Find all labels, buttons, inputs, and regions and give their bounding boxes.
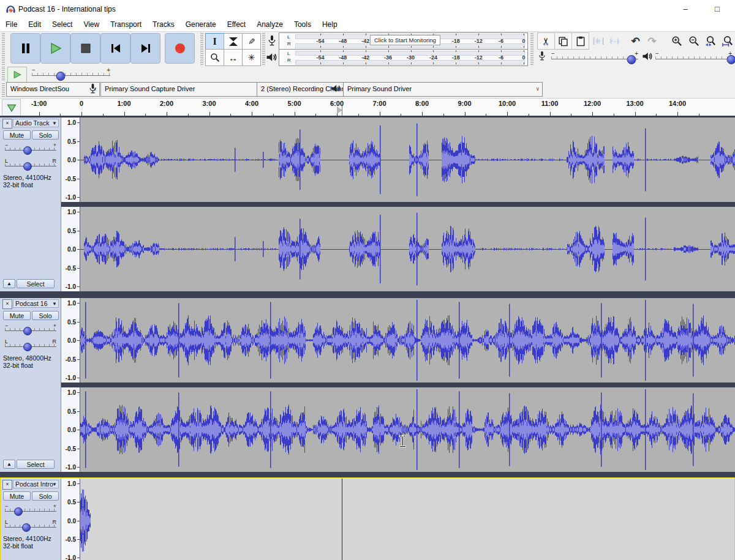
playback-volume-slider[interactable]: −+ xyxy=(655,51,732,64)
pan-slider-thumb[interactable] xyxy=(23,343,32,351)
waveform-channel[interactable] xyxy=(80,387,735,472)
zoom-in-button[interactable] xyxy=(668,32,685,50)
vertical-scale-ruler[interactable]: 1.00.50.0-0.5-1.0 xyxy=(61,298,80,383)
redo-button[interactable]: ↷ xyxy=(643,32,661,50)
menu-item-effect[interactable]: Effect xyxy=(222,18,251,31)
track-control-panel-1[interactable]: ×Audio Track▼MuteSolo−+LRStereo, 44100Hz… xyxy=(0,118,61,291)
gain-slider[interactable]: −+ xyxy=(4,323,58,335)
play-speed-thumb[interactable] xyxy=(56,72,66,81)
menu-item-tracks[interactable]: Tracks xyxy=(147,18,180,31)
time-shift-tool-button[interactable]: ↔ xyxy=(224,49,243,66)
mute-button[interactable]: Mute xyxy=(3,491,31,501)
zoom-to-selection-button[interactable] xyxy=(702,32,720,50)
audio-host-select[interactable]: Windows DirectSou ∨ xyxy=(6,82,100,97)
meter-toolbar-grip[interactable] xyxy=(262,33,265,65)
menu-item-analyze[interactable]: Analyze xyxy=(251,18,288,31)
gain-slider[interactable]: −+ xyxy=(4,142,58,154)
waveform-channel[interactable] xyxy=(80,118,735,202)
copy-button[interactable] xyxy=(554,32,572,50)
solo-button[interactable]: Solo xyxy=(32,130,59,140)
minimize-button[interactable]: – xyxy=(671,0,699,18)
transport-toolbar-grip[interactable] xyxy=(2,33,5,65)
waveform-channel[interactable] xyxy=(80,298,735,383)
waveform-channel[interactable] xyxy=(80,479,735,560)
pan-slider-thumb[interactable] xyxy=(23,162,32,171)
play-speed-slider[interactable]: −+ xyxy=(32,68,110,80)
zoom-out-button[interactable] xyxy=(685,32,703,50)
pan-slider[interactable]: LR xyxy=(4,158,58,170)
menu-item-help[interactable]: Help xyxy=(317,18,343,31)
trim-audio-button[interactable] xyxy=(589,32,607,50)
collapse-track-button[interactable]: ▲ xyxy=(3,279,15,288)
vertical-scale-ruler[interactable]: 1.00.50.0-0.5-1.0 xyxy=(61,207,80,291)
pause-button[interactable] xyxy=(10,33,40,64)
time-ruler[interactable]: -1:0001:002:003:004:005:006:007:008:009:… xyxy=(20,99,735,116)
gain-slider[interactable]: −+ xyxy=(4,503,58,515)
menu-item-select[interactable]: Select xyxy=(47,18,78,31)
waveform-channel[interactable] xyxy=(80,207,735,291)
close-track-button[interactable]: × xyxy=(2,119,12,129)
vertical-scale-ruler[interactable]: 1.00.50.0-0.5-1.0 xyxy=(61,387,80,472)
fit-project-button[interactable] xyxy=(719,32,735,50)
playback-volume-thumb[interactable] xyxy=(726,55,735,64)
close-track-button[interactable]: × xyxy=(2,299,12,309)
pan-slider[interactable]: LR xyxy=(4,519,58,531)
selection-tool-button[interactable]: I xyxy=(205,33,224,50)
menu-item-transport[interactable]: Transport xyxy=(105,18,147,31)
skip-to-end-button[interactable] xyxy=(130,33,160,64)
recording-volume-thumb[interactable] xyxy=(627,55,636,64)
mute-button[interactable]: Mute xyxy=(3,130,31,140)
monitoring-overlay[interactable]: Click to Start Monitoring xyxy=(370,35,440,45)
menu-item-file[interactable]: File xyxy=(0,18,23,31)
track-control-panel-3[interactable]: ×Podcast Intro▼MuteSolo−+LRStereo, 44100… xyxy=(0,479,61,560)
undo-button[interactable]: ↶ xyxy=(627,32,644,50)
cut-button[interactable]: ✂ xyxy=(537,32,555,50)
gain-slider-thumb[interactable] xyxy=(23,146,32,155)
zoom-tool-button[interactable] xyxy=(205,49,224,66)
pan-slider-thumb[interactable] xyxy=(22,523,31,532)
skip-to-start-button[interactable] xyxy=(100,33,130,64)
track-title-menu[interactable]: Podcast Intro▼ xyxy=(13,480,59,488)
solo-button[interactable]: Solo xyxy=(32,311,59,320)
gain-slider-thumb[interactable] xyxy=(14,507,23,516)
vertical-scale-ruler[interactable]: 1.00.50.0-0.5-1.0 xyxy=(61,479,80,560)
close-track-button[interactable]: × xyxy=(2,480,12,490)
tools-toolbar-grip[interactable] xyxy=(200,33,203,65)
paste-button[interactable] xyxy=(571,32,589,50)
playhead-marker-icon[interactable] xyxy=(337,106,342,114)
menu-item-edit[interactable]: Edit xyxy=(23,18,47,31)
menu-item-generate[interactable]: Generate xyxy=(180,18,222,31)
record-meter-mic-icon[interactable] xyxy=(267,35,277,47)
mute-button[interactable]: Mute xyxy=(3,311,31,320)
draw-tool-button[interactable]: ✎ xyxy=(242,33,261,50)
select-track-button[interactable]: Select xyxy=(17,279,55,288)
silence-audio-button[interactable] xyxy=(606,32,624,50)
gain-slider-thumb[interactable] xyxy=(23,327,32,335)
vertical-scale-ruler[interactable]: 1.00.50.0-0.5-1.0 xyxy=(61,118,80,202)
edit-toolbar-grip[interactable] xyxy=(530,33,533,65)
playback-meter[interactable]: LR-54-48-42-36-30-24-18-12-60 xyxy=(279,49,528,66)
track-control-panel-2[interactable]: ×Podcast 16▼MuteSolo−+LRStereo, 48000Hz3… xyxy=(0,298,61,472)
recording-volume-slider[interactable]: −+ xyxy=(551,51,638,64)
recording-meter[interactable]: LR-54-48-42-36-30-24-18-12-60Click to St… xyxy=(279,32,528,50)
maximize-button[interactable]: □ xyxy=(703,0,731,18)
play-button[interactable] xyxy=(40,33,70,64)
device-toolbar-grip[interactable] xyxy=(2,83,5,97)
play-at-speed-button[interactable] xyxy=(7,67,27,83)
track-title-menu[interactable]: Audio Track▼ xyxy=(13,119,59,127)
multi-tool-button[interactable]: ✳ xyxy=(242,49,261,66)
select-track-button[interactable]: Select xyxy=(17,460,55,469)
collapse-track-button[interactable]: ▲ xyxy=(3,460,15,469)
envelope-tool-button[interactable] xyxy=(224,33,243,50)
play-at-speed-grip[interactable] xyxy=(2,67,5,81)
stop-button[interactable] xyxy=(70,33,100,64)
menu-item-view[interactable]: View xyxy=(78,18,105,31)
pan-slider[interactable]: LR xyxy=(4,338,58,351)
menu-item-tools[interactable]: Tools xyxy=(288,18,317,31)
recording-device-select[interactable]: Primary Sound Capture Driver ∨ xyxy=(100,82,270,97)
track-title-menu[interactable]: Podcast 16▼ xyxy=(13,299,59,308)
playback-device-select[interactable]: Primary Sound Driver ∨ xyxy=(343,82,543,97)
solo-button[interactable]: Solo xyxy=(32,491,59,501)
playback-meter-speaker-icon[interactable] xyxy=(266,51,277,63)
record-button[interactable] xyxy=(165,33,195,64)
